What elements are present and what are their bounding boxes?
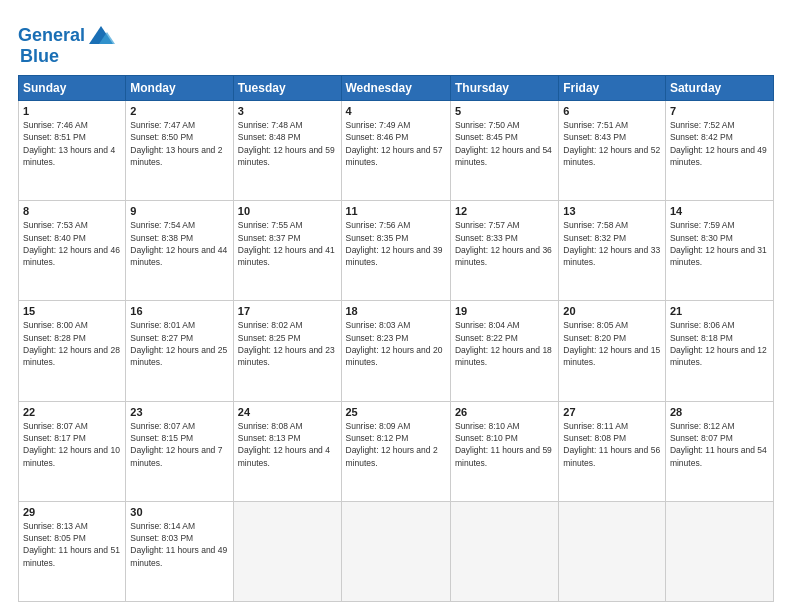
day-number: 4 xyxy=(346,105,446,117)
day-cell: 19 Sunrise: 8:04 AM Sunset: 8:22 PM Dayl… xyxy=(450,301,558,401)
calendar-row: 15 Sunrise: 8:00 AM Sunset: 8:28 PM Dayl… xyxy=(19,301,774,401)
header-monday: Monday xyxy=(126,76,233,101)
day-number: 8 xyxy=(23,205,121,217)
day-info: Sunrise: 7:53 AM Sunset: 8:40 PM Dayligh… xyxy=(23,219,121,268)
day-number: 22 xyxy=(23,406,121,418)
day-number: 15 xyxy=(23,305,121,317)
day-info: Sunrise: 7:48 AM Sunset: 8:48 PM Dayligh… xyxy=(238,119,337,168)
day-cell: 24 Sunrise: 8:08 AM Sunset: 8:13 PM Dayl… xyxy=(233,401,341,501)
day-info: Sunrise: 8:13 AM Sunset: 8:05 PM Dayligh… xyxy=(23,520,121,569)
day-number: 12 xyxy=(455,205,554,217)
day-info: Sunrise: 7:56 AM Sunset: 8:35 PM Dayligh… xyxy=(346,219,446,268)
day-info: Sunrise: 7:59 AM Sunset: 8:30 PM Dayligh… xyxy=(670,219,769,268)
day-cell: 4 Sunrise: 7:49 AM Sunset: 8:46 PM Dayli… xyxy=(341,101,450,201)
day-cell: 2 Sunrise: 7:47 AM Sunset: 8:50 PM Dayli… xyxy=(126,101,233,201)
empty-cell xyxy=(559,501,666,601)
day-number: 3 xyxy=(238,105,337,117)
day-cell: 27 Sunrise: 8:11 AM Sunset: 8:08 PM Dayl… xyxy=(559,401,666,501)
header-thursday: Thursday xyxy=(450,76,558,101)
header-sunday: Sunday xyxy=(19,76,126,101)
day-number: 18 xyxy=(346,305,446,317)
day-info: Sunrise: 8:12 AM Sunset: 8:07 PM Dayligh… xyxy=(670,420,769,469)
day-cell: 26 Sunrise: 8:10 AM Sunset: 8:10 PM Dayl… xyxy=(450,401,558,501)
day-info: Sunrise: 7:55 AM Sunset: 8:37 PM Dayligh… xyxy=(238,219,337,268)
empty-cell xyxy=(233,501,341,601)
calendar-row: 22 Sunrise: 8:07 AM Sunset: 8:17 PM Dayl… xyxy=(19,401,774,501)
day-cell: 16 Sunrise: 8:01 AM Sunset: 8:27 PM Dayl… xyxy=(126,301,233,401)
day-info: Sunrise: 8:05 AM Sunset: 8:20 PM Dayligh… xyxy=(563,319,661,368)
day-cell: 18 Sunrise: 8:03 AM Sunset: 8:23 PM Dayl… xyxy=(341,301,450,401)
day-info: Sunrise: 8:07 AM Sunset: 8:15 PM Dayligh… xyxy=(130,420,228,469)
day-number: 29 xyxy=(23,506,121,518)
day-cell: 11 Sunrise: 7:56 AM Sunset: 8:35 PM Dayl… xyxy=(341,201,450,301)
day-cell: 8 Sunrise: 7:53 AM Sunset: 8:40 PM Dayli… xyxy=(19,201,126,301)
day-info: Sunrise: 7:57 AM Sunset: 8:33 PM Dayligh… xyxy=(455,219,554,268)
day-number: 7 xyxy=(670,105,769,117)
day-number: 27 xyxy=(563,406,661,418)
day-cell: 9 Sunrise: 7:54 AM Sunset: 8:38 PM Dayli… xyxy=(126,201,233,301)
day-info: Sunrise: 8:04 AM Sunset: 8:22 PM Dayligh… xyxy=(455,319,554,368)
day-number: 26 xyxy=(455,406,554,418)
day-cell: 20 Sunrise: 8:05 AM Sunset: 8:20 PM Dayl… xyxy=(559,301,666,401)
day-info: Sunrise: 8:10 AM Sunset: 8:10 PM Dayligh… xyxy=(455,420,554,469)
day-info: Sunrise: 8:01 AM Sunset: 8:27 PM Dayligh… xyxy=(130,319,228,368)
day-number: 13 xyxy=(563,205,661,217)
calendar-table: Sunday Monday Tuesday Wednesday Thursday… xyxy=(18,75,774,602)
day-cell: 12 Sunrise: 7:57 AM Sunset: 8:33 PM Dayl… xyxy=(450,201,558,301)
header-saturday: Saturday xyxy=(665,76,773,101)
day-info: Sunrise: 7:50 AM Sunset: 8:45 PM Dayligh… xyxy=(455,119,554,168)
calendar-row: 8 Sunrise: 7:53 AM Sunset: 8:40 PM Dayli… xyxy=(19,201,774,301)
day-cell: 10 Sunrise: 7:55 AM Sunset: 8:37 PM Dayl… xyxy=(233,201,341,301)
header: General Blue xyxy=(18,18,774,67)
page: General Blue Sunday Monday Tuesday Wedne… xyxy=(0,0,792,612)
empty-cell xyxy=(665,501,773,601)
day-cell: 3 Sunrise: 7:48 AM Sunset: 8:48 PM Dayli… xyxy=(233,101,341,201)
day-cell: 15 Sunrise: 8:00 AM Sunset: 8:28 PM Dayl… xyxy=(19,301,126,401)
day-number: 20 xyxy=(563,305,661,317)
weekday-header-row: Sunday Monday Tuesday Wednesday Thursday… xyxy=(19,76,774,101)
day-number: 23 xyxy=(130,406,228,418)
day-number: 25 xyxy=(346,406,446,418)
header-tuesday: Tuesday xyxy=(233,76,341,101)
day-info: Sunrise: 7:49 AM Sunset: 8:46 PM Dayligh… xyxy=(346,119,446,168)
calendar-row: 1 Sunrise: 7:46 AM Sunset: 8:51 PM Dayli… xyxy=(19,101,774,201)
day-info: Sunrise: 7:51 AM Sunset: 8:43 PM Dayligh… xyxy=(563,119,661,168)
day-info: Sunrise: 7:52 AM Sunset: 8:42 PM Dayligh… xyxy=(670,119,769,168)
empty-cell xyxy=(450,501,558,601)
day-info: Sunrise: 7:58 AM Sunset: 8:32 PM Dayligh… xyxy=(563,219,661,268)
day-info: Sunrise: 8:07 AM Sunset: 8:17 PM Dayligh… xyxy=(23,420,121,469)
day-number: 2 xyxy=(130,105,228,117)
day-number: 24 xyxy=(238,406,337,418)
day-info: Sunrise: 7:54 AM Sunset: 8:38 PM Dayligh… xyxy=(130,219,228,268)
day-info: Sunrise: 8:11 AM Sunset: 8:08 PM Dayligh… xyxy=(563,420,661,469)
day-info: Sunrise: 7:46 AM Sunset: 8:51 PM Dayligh… xyxy=(23,119,121,168)
day-number: 6 xyxy=(563,105,661,117)
day-number: 19 xyxy=(455,305,554,317)
day-number: 14 xyxy=(670,205,769,217)
day-number: 21 xyxy=(670,305,769,317)
day-number: 28 xyxy=(670,406,769,418)
logo-icon xyxy=(87,22,115,50)
header-friday: Friday xyxy=(559,76,666,101)
day-cell: 29 Sunrise: 8:13 AM Sunset: 8:05 PM Dayl… xyxy=(19,501,126,601)
day-cell: 21 Sunrise: 8:06 AM Sunset: 8:18 PM Dayl… xyxy=(665,301,773,401)
day-number: 16 xyxy=(130,305,228,317)
day-number: 30 xyxy=(130,506,228,518)
day-info: Sunrise: 8:00 AM Sunset: 8:28 PM Dayligh… xyxy=(23,319,121,368)
day-info: Sunrise: 8:09 AM Sunset: 8:12 PM Dayligh… xyxy=(346,420,446,469)
day-number: 1 xyxy=(23,105,121,117)
calendar-row: 29 Sunrise: 8:13 AM Sunset: 8:05 PM Dayl… xyxy=(19,501,774,601)
day-info: Sunrise: 8:08 AM Sunset: 8:13 PM Dayligh… xyxy=(238,420,337,469)
day-cell: 5 Sunrise: 7:50 AM Sunset: 8:45 PM Dayli… xyxy=(450,101,558,201)
day-cell: 1 Sunrise: 7:46 AM Sunset: 8:51 PM Dayli… xyxy=(19,101,126,201)
day-info: Sunrise: 8:02 AM Sunset: 8:25 PM Dayligh… xyxy=(238,319,337,368)
day-info: Sunrise: 8:06 AM Sunset: 8:18 PM Dayligh… xyxy=(670,319,769,368)
day-info: Sunrise: 8:03 AM Sunset: 8:23 PM Dayligh… xyxy=(346,319,446,368)
day-cell: 14 Sunrise: 7:59 AM Sunset: 8:30 PM Dayl… xyxy=(665,201,773,301)
day-cell: 25 Sunrise: 8:09 AM Sunset: 8:12 PM Dayl… xyxy=(341,401,450,501)
day-cell: 22 Sunrise: 8:07 AM Sunset: 8:17 PM Dayl… xyxy=(19,401,126,501)
day-cell: 6 Sunrise: 7:51 AM Sunset: 8:43 PM Dayli… xyxy=(559,101,666,201)
day-cell: 28 Sunrise: 8:12 AM Sunset: 8:07 PM Dayl… xyxy=(665,401,773,501)
logo: General Blue xyxy=(18,22,115,67)
day-cell: 7 Sunrise: 7:52 AM Sunset: 8:42 PM Dayli… xyxy=(665,101,773,201)
